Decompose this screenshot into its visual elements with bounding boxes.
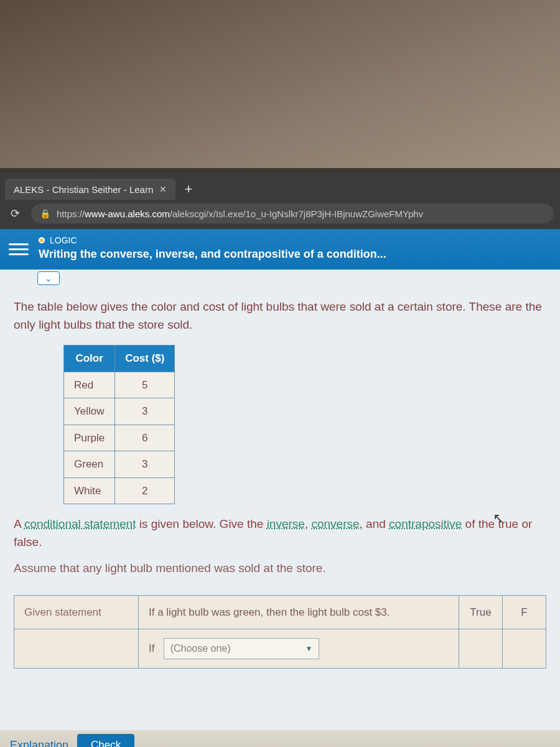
t: , [305,517,312,530]
address-bar[interactable]: 🔒 https://www-awu.aleks.com/alekscgi/x/I… [31,204,554,223]
table-row: Purple 6 [64,425,175,451]
refresh-icon[interactable]: ⟳ [6,205,24,222]
t: A [14,517,24,530]
term-converse[interactable]: converse [311,517,359,530]
choose-dropdown[interactable]: (Choose one) ▼ [164,638,320,659]
close-icon[interactable]: ✕ [159,184,167,194]
instruction-text: A conditional statement is given below. … [14,515,546,551]
t: , and [360,517,390,530]
t: is given below. Give the [136,517,266,530]
app-header: LOGIC Writing the converse, inverse, and… [0,229,560,270]
cell-color: Purple [64,425,115,451]
cell-color: Red [64,372,115,398]
term-inverse[interactable]: inverse [267,517,305,530]
false-cell[interactable]: F [503,595,546,629]
problem-area: The table below gives the color and cost… [0,287,560,747]
header-text: LOGIC Writing the converse, inverse, and… [39,235,386,261]
cell-color: Green [64,451,115,478]
given-label: Given statement [14,595,139,629]
check-button[interactable]: Check [77,734,134,747]
browser-chrome: ALEKS - Christian Seither - Learn ✕ + ⟳ … [0,173,560,229]
collapse-toggle[interactable]: ⌄ [37,271,60,285]
tab-strip: ALEKS - Christian Seither - Learn ✕ + [0,177,560,202]
dropdown-placeholder: (Choose one) [170,641,231,656]
section-dot-icon [39,237,45,243]
cell-cost: 5 [115,372,175,398]
cell-color: Yellow [64,398,115,425]
breadcrumb-label: LOGIC [50,235,77,245]
cell-cost: 2 [115,477,175,504]
collapse-row: ⌄ [0,270,560,287]
cell-cost: 3 [115,451,175,478]
breadcrumb: LOGIC [39,235,386,245]
intro-text: The table below gives the color and cost… [14,298,546,334]
if-prefix: If [149,642,154,654]
tab-title: ALEKS - Christian Seither - Learn [14,184,153,195]
cell-cost: 3 [115,398,175,425]
browser-tab[interactable]: ALEKS - Christian Seither - Learn ✕ [5,179,175,200]
col-header-cost: Cost ($) [115,345,175,372]
color-cost-table: Color Cost ($) Red 5 Yellow 3 Purple 6 G… [63,345,175,504]
table-row: Yellow 3 [64,398,175,425]
true-cell-2[interactable] [459,629,503,669]
page-title: Writing the converse, inverse, and contr… [39,248,386,261]
toolbar: ⟳ 🔒 https://www-awu.aleks.com/alekscgi/x… [0,202,560,229]
given-text: If a light bulb was green, then the ligh… [139,595,459,629]
cell-color: White [64,477,115,504]
url-prefix: https:// [57,209,85,219]
table-row: Green 3 [64,451,175,478]
new-tab-button[interactable]: + [179,180,198,199]
chevron-down-icon: ⌄ [45,273,52,283]
table-row: Red 5 [64,372,175,398]
url-path: /alekscgi/x/Isl.exe/1o_u-IgNslkr7j8P3jH-… [170,209,423,219]
explanation-button[interactable]: Explanation [10,737,68,748]
col-header-color: Color [64,345,115,372]
true-cell[interactable]: True [459,595,503,629]
lock-icon: 🔒 [40,209,50,218]
menu-icon[interactable] [9,239,29,259]
footer-bar: Explanation Check [0,730,560,747]
cursor-icon: ↖ [493,508,504,529]
term-conditional[interactable]: conditional statement [24,517,136,530]
given-row: Given statement If a light bulb was gree… [14,595,546,629]
answer-cell: If (Choose one) ▼ [139,629,459,669]
answer-label [14,629,139,669]
false-cell-2[interactable] [503,629,546,669]
cell-cost: 6 [115,425,175,451]
assume-text: Assume that any light bulb mentioned was… [14,560,546,578]
table-row: White 2 [64,477,175,504]
term-contrapositive[interactable]: contrapositive [389,517,462,530]
statement-table: Given statement If a light bulb was gree… [14,595,546,669]
chevron-down-icon: ▼ [306,643,313,654]
answer-row: If (Choose one) ▼ [14,629,546,669]
url-host: www-awu.aleks.com [85,209,170,219]
